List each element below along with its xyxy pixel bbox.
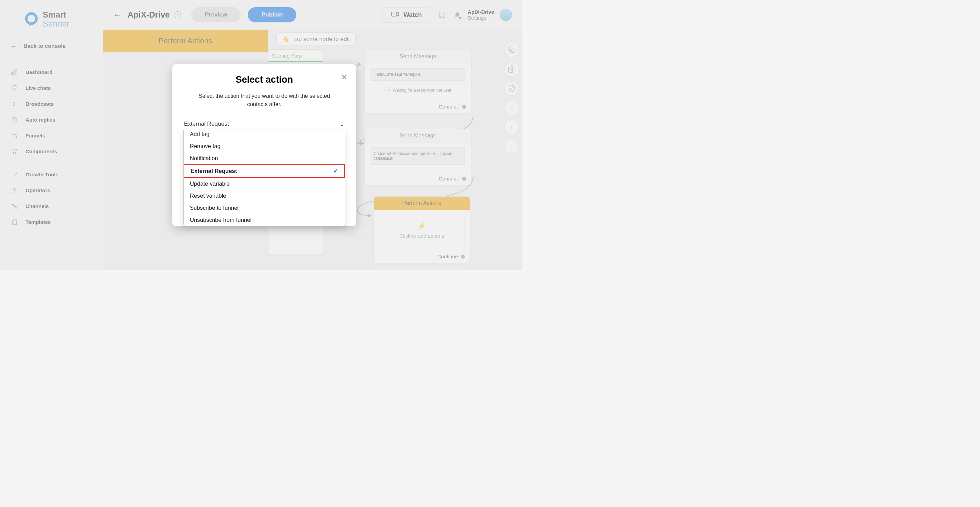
close-icon[interactable]: ✕ xyxy=(341,73,347,82)
dropdown-option[interactable]: Notification xyxy=(184,152,345,164)
modal-subtitle: Select the action that you want to do wi… xyxy=(172,92,356,108)
dropdown-option[interactable]: Reset variable xyxy=(184,190,345,202)
dropdown-option[interactable]: Subscribe to funnel xyxy=(184,202,345,214)
select-action-modal: ✕ Select action Select the action that y… xyxy=(172,64,356,226)
dropdown-option[interactable]: Add tag xyxy=(184,130,345,140)
action-dropdown: Add tag Remove tag Notification External… xyxy=(183,130,345,226)
check-icon: ✓ xyxy=(333,168,338,174)
dropdown-option[interactable]: Unsubscribe from funnel xyxy=(184,214,345,226)
selected-value: External Request xyxy=(184,121,229,127)
chevron-down-icon: ⌄ xyxy=(339,120,345,128)
dropdown-option-selected[interactable]: External Request✓ xyxy=(184,164,345,178)
dropdown-option[interactable]: Remove tag xyxy=(184,140,345,152)
modal-title: Select action xyxy=(172,75,356,85)
action-select[interactable]: External Request ⌄ xyxy=(183,119,345,130)
dropdown-option[interactable]: Update variable xyxy=(184,178,345,190)
